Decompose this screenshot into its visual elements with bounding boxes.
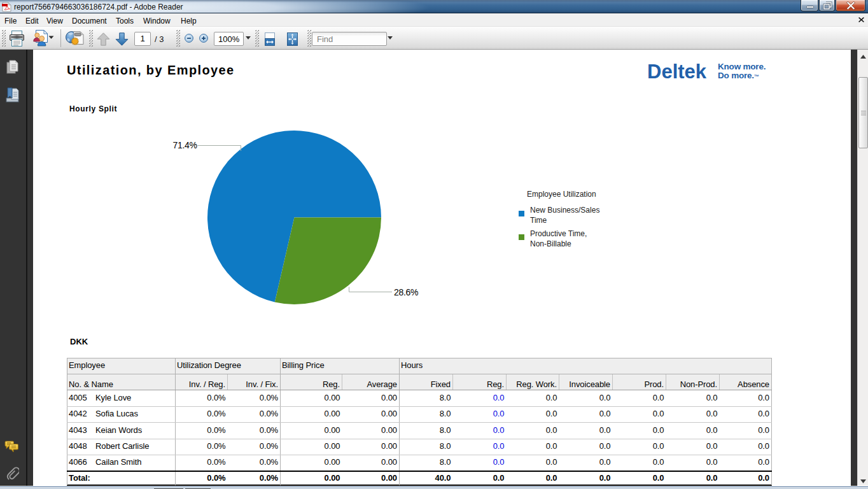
svg-text:28.6%: 28.6% bbox=[394, 287, 418, 297]
svg-text:71.4%: 71.4% bbox=[173, 140, 197, 150]
